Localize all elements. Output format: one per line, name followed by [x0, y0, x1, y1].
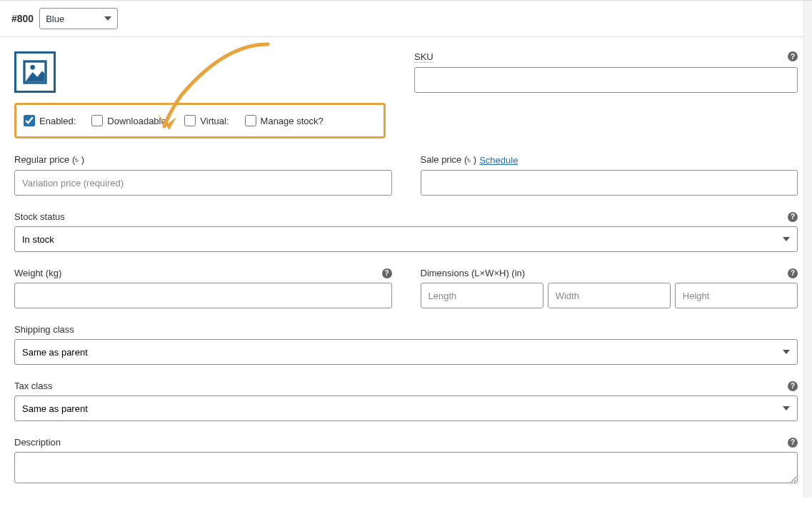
height-input[interactable]	[675, 283, 798, 308]
help-icon[interactable]: ?	[788, 438, 798, 448]
stock-status-label: Stock status	[14, 211, 65, 222]
virtual-label: Virtual:	[200, 116, 229, 126]
dimensions-label: Dimensions (L×W×H) (in)	[421, 268, 526, 278]
manage-stock-label: Manage stock?	[261, 116, 324, 126]
help-icon[interactable]: ?	[788, 51, 798, 61]
regular-price-label: Regular price (৳ )	[14, 154, 84, 166]
variation-header: #800 Blue	[0, 1, 812, 37]
weight-label: Weight (kg)	[14, 268, 61, 278]
stock-status-select[interactable]: In stock	[14, 226, 798, 252]
help-icon[interactable]: ?	[788, 268, 798, 278]
sku-label: SKU	[414, 51, 433, 63]
help-icon[interactable]: ?	[382, 268, 392, 278]
virtual-checkbox[interactable]	[184, 115, 196, 126]
tax-class-label: Tax class	[14, 381, 52, 391]
manage-stock-checkbox[interactable]	[245, 115, 256, 126]
variation-image-upload[interactable]	[14, 51, 56, 93]
help-icon[interactable]: ?	[788, 381, 798, 391]
shipping-class-label: Shipping class	[14, 324, 74, 335]
help-icon[interactable]: ?	[788, 212, 798, 222]
tax-class-select[interactable]: Same as parent	[14, 395, 798, 421]
attribute-select[interactable]: Blue	[39, 8, 118, 29]
length-input[interactable]	[421, 283, 543, 308]
sale-price-input[interactable]	[421, 170, 798, 196]
image-placeholder-icon	[21, 58, 49, 86]
description-textarea[interactable]	[14, 452, 798, 483]
shipping-class-select[interactable]: Same as parent	[14, 339, 798, 365]
downloadable-label: Downloadable:	[107, 116, 169, 126]
enabled-checkbox[interactable]	[24, 115, 35, 126]
description-label: Description	[14, 437, 61, 448]
schedule-link[interactable]: Schedule	[479, 155, 518, 166]
sku-input[interactable]	[414, 67, 798, 93]
checkbox-highlight-box: Enabled: Downloadable: Virtual: Manage s…	[14, 103, 386, 138]
svg-point-2	[30, 65, 35, 70]
width-input[interactable]	[548, 283, 671, 308]
sale-price-label: Sale price (৳ )	[421, 154, 477, 166]
enabled-label: Enabled:	[39, 116, 76, 126]
weight-input[interactable]	[14, 283, 392, 308]
regular-price-input[interactable]	[14, 170, 392, 196]
variation-id: #800	[11, 13, 34, 24]
downloadable-checkbox[interactable]	[91, 115, 103, 126]
